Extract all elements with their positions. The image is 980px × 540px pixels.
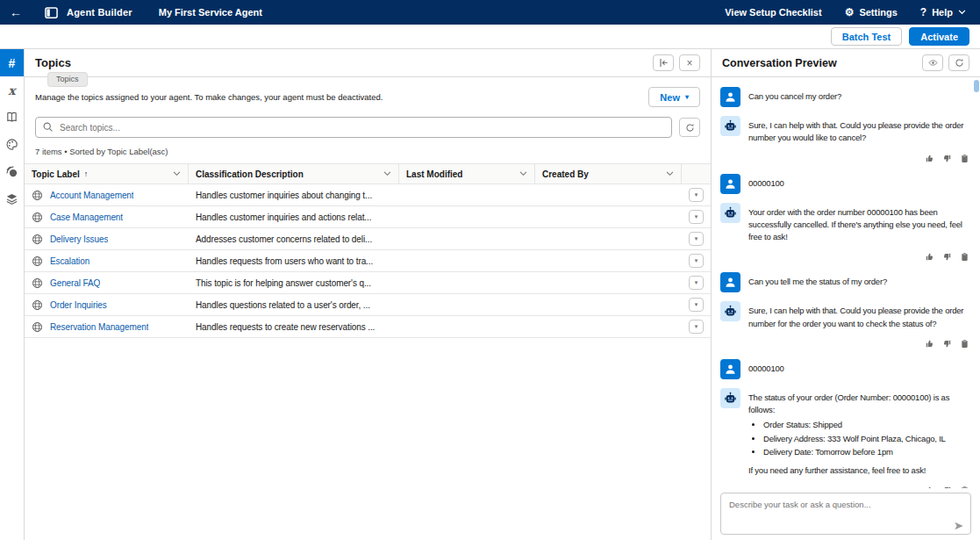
bot-message-text: The status of your order (Order Number: … (748, 392, 971, 417)
new-topic-button[interactable]: New ▾ (648, 87, 700, 107)
globe-icon (32, 299, 43, 311)
column-chevron-icon[interactable] (666, 171, 674, 176)
message-bullet: Delivery Date: Tomorrow before 1pm (763, 446, 971, 458)
user-message-text: Can you tell me the status of my order? (748, 272, 887, 292)
column-chevron-icon[interactable] (173, 171, 181, 176)
row-actions-menu-button[interactable]: ▾ (689, 210, 704, 224)
top-navbar: ← Agent Builder My First Service Agent V… (0, 0, 980, 25)
send-icon[interactable] (954, 521, 964, 531)
thumbs-down-icon[interactable] (942, 339, 952, 349)
settings-menu[interactable]: ⚙ Settings (845, 7, 898, 18)
search-topics-input[interactable] (35, 117, 672, 138)
table-body: Account Management Handles customer inqu… (25, 184, 711, 338)
column-header-label: Classification Description (196, 169, 304, 179)
message-bullet: Order Status: Shipped (763, 419, 971, 431)
sidebar-item-theme[interactable] (0, 131, 24, 158)
copy-clipboard-icon[interactable] (960, 252, 969, 262)
view-setup-checklist-link[interactable]: View Setup Checklist (725, 7, 821, 18)
caret-down-icon: ▾ (695, 301, 698, 308)
row-actions-menu-button[interactable]: ▾ (689, 254, 704, 268)
search-box (35, 117, 672, 138)
topic-link[interactable]: Case Management (50, 212, 123, 222)
column-header[interactable]: Classification Description (189, 164, 399, 184)
sidebar-item-channels[interactable] (0, 158, 24, 185)
row-actions-menu-button[interactable]: ▾ (689, 320, 704, 334)
sidebar-item-knowledge[interactable] (0, 104, 24, 131)
cell-topic-label: Account Management (25, 190, 189, 201)
topic-link[interactable]: Delivery Issues (50, 234, 108, 244)
globe-icon (32, 321, 43, 333)
batch-test-button[interactable]: Batch Test (831, 27, 902, 46)
classification-description: Addresses customer concerns related to d… (196, 234, 372, 244)
column-chevron-icon[interactable] (519, 171, 527, 176)
cell-topic-label: General FAQ (25, 277, 189, 289)
user-avatar (720, 272, 740, 292)
collapse-panel-button[interactable] (653, 54, 674, 71)
user-message-text: 00000100 (748, 359, 784, 379)
cell-row-actions: ▾ (682, 298, 711, 312)
thumbs-down-icon[interactable] (942, 252, 952, 262)
topic-link[interactable]: Reservation Management (50, 322, 148, 332)
table-row: Order Inquiries Handles questions relate… (25, 294, 711, 316)
column-header-actions (682, 164, 711, 184)
column-chevron-icon[interactable] (383, 171, 391, 176)
radar-dish-icon (5, 165, 18, 178)
message-feedback-row (720, 339, 969, 349)
sidebar-item-variables[interactable]: x (0, 76, 24, 104)
variable-x-icon: x (8, 83, 15, 97)
sidebar-item-versions[interactable] (0, 185, 24, 212)
topic-link[interactable]: Account Management (50, 191, 133, 200)
sidebar-item-topics[interactable]: # (0, 49, 24, 76)
thumbs-down-icon[interactable] (942, 154, 952, 163)
close-panel-button[interactable]: × (679, 54, 700, 71)
user-message: Can you tell me the status of my order? (720, 272, 971, 292)
cell-row-actions: ▾ (682, 188, 711, 202)
column-header-label: Created By (542, 169, 589, 179)
classification-description: Handles questions related to a user's or… (196, 300, 370, 310)
reset-conversation-button[interactable] (948, 54, 969, 71)
globe-icon (32, 190, 43, 201)
back-arrow-icon[interactable]: ← (0, 6, 31, 18)
bot-message-text: Sure, I can help with that. Could you pl… (748, 119, 971, 145)
person-icon (724, 177, 737, 191)
cell-classification-description: Handles questions related to a user's or… (189, 300, 399, 310)
thumbs-up-icon[interactable] (925, 154, 934, 163)
topics-panel: Topics × Topics Manage the topics assign… (25, 49, 711, 540)
chat-scrollbar-thumb[interactable] (974, 80, 979, 92)
row-actions-menu-button[interactable]: ▾ (689, 188, 704, 202)
topic-link[interactable]: General FAQ (50, 278, 100, 288)
column-header[interactable]: Topic Label ↑ (25, 164, 189, 184)
thumbs-up-icon[interactable] (925, 252, 934, 262)
activate-button[interactable]: Activate (909, 27, 969, 46)
topics-description-row: Manage the topics assigned to your agent… (25, 77, 711, 115)
conversation-title: Conversation Preview (722, 57, 837, 69)
bot-message-group: The status of your order (Order Number: … (720, 388, 971, 488)
user-avatar (720, 87, 740, 107)
topic-link[interactable]: Escalation (50, 256, 89, 266)
refresh-list-button[interactable] (679, 118, 700, 137)
row-actions-menu-button[interactable]: ▾ (689, 298, 704, 312)
bot-message-footer: If you need any further assistance, feel… (748, 464, 971, 477)
collapse-left-icon (659, 58, 669, 68)
caret-down-icon: ▾ (685, 94, 689, 101)
caret-down-icon: ▾ (695, 191, 698, 198)
chat-message-input[interactable] (720, 493, 971, 535)
help-label: Help (932, 7, 953, 18)
column-header[interactable]: Last Modified (399, 164, 535, 184)
row-actions-menu-button[interactable]: ▾ (689, 232, 704, 246)
cell-classification-description: Handles requests from users who want to … (189, 256, 399, 266)
copy-clipboard-icon[interactable] (960, 339, 969, 349)
topic-link[interactable]: Order Inquiries (50, 300, 107, 310)
palette-icon (5, 138, 18, 151)
row-actions-menu-button[interactable]: ▾ (689, 276, 704, 290)
navbar-right: View Setup Checklist ⚙ Settings ? Help (725, 6, 980, 18)
help-menu[interactable]: ? Help (920, 6, 966, 18)
person-icon (724, 276, 737, 289)
thumbs-up-icon[interactable] (925, 339, 934, 349)
bot-avatar (720, 301, 740, 321)
preview-visibility-button[interactable] (922, 54, 943, 71)
bot-message-body: Your order with the order number 0000010… (748, 203, 971, 244)
topics-panel-header: Topics × (25, 49, 711, 77)
column-header[interactable]: Created By (535, 164, 682, 184)
copy-clipboard-icon[interactable] (960, 154, 969, 163)
